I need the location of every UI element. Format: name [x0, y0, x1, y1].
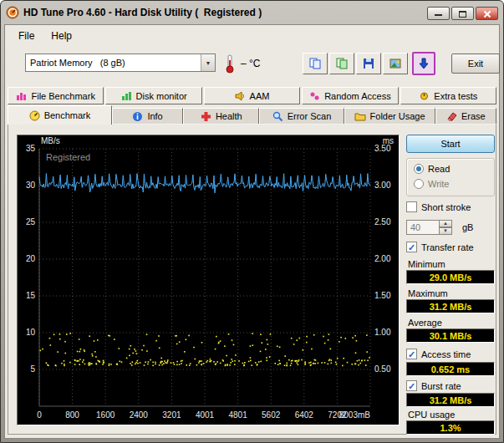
- maximum-label: Maximum: [408, 288, 448, 298]
- access-time-label: Access time: [421, 349, 471, 359]
- download-update-button[interactable]: [412, 52, 435, 75]
- burst-rate-checkbox[interactable]: ✓ Burst rate: [406, 380, 461, 391]
- tab-error-scan[interactable]: Error Scan: [259, 108, 344, 125]
- read-radio[interactable]: Read: [414, 164, 450, 174]
- capacity-unit-label: gB: [462, 222, 473, 232]
- tab-label: Health: [216, 111, 242, 121]
- secondary-tab-bar: File Benchmark Disk monitor AAM Rand: [8, 87, 496, 104]
- svg-text:4801: 4801: [228, 410, 247, 420]
- save-button[interactable]: [356, 53, 381, 74]
- menu-file[interactable]: File: [17, 30, 36, 42]
- download-arrow-icon: [418, 58, 430, 69]
- start-button[interactable]: Start: [406, 135, 495, 153]
- svg-text:3201: 3201: [162, 410, 181, 420]
- svg-text:10: 10: [26, 328, 36, 337]
- tab-benchmark[interactable]: Benchmark: [8, 105, 112, 125]
- svg-text:15: 15: [26, 291, 36, 300]
- transfer-rate-checkbox[interactable]: ✓ Transfer rate: [406, 242, 474, 252]
- copy-image-button[interactable]: [329, 53, 354, 74]
- eraser-icon: [446, 111, 457, 121]
- tab-label: Error Scan: [288, 111, 332, 121]
- temperature-readout: – °C: [241, 58, 260, 69]
- svg-text:3.00: 3.00: [374, 181, 391, 190]
- svg-text:Registered: Registered: [46, 152, 90, 162]
- tab-erase[interactable]: Erase: [435, 108, 496, 125]
- read-write-group: Read Write: [406, 158, 495, 196]
- maximize-icon: [459, 11, 466, 18]
- chevron-down-icon[interactable]: ▼: [201, 54, 215, 71]
- svg-text:MB/s: MB/s: [41, 136, 60, 145]
- minimum-label: Minimum: [408, 259, 445, 269]
- svg-text:6402: 6402: [295, 410, 314, 420]
- write-radio[interactable]: Write: [414, 179, 449, 189]
- random-access-icon: [309, 91, 320, 101]
- drive-select-value: Patriot Memory (8 gB): [26, 58, 201, 68]
- magnifier-icon: [272, 111, 283, 122]
- save-image-button[interactable]: [383, 53, 408, 74]
- svg-text:800: 800: [65, 410, 79, 420]
- radio-selected-icon: [414, 164, 424, 174]
- tab-extra-tests[interactable]: Extra tests: [400, 87, 496, 104]
- svg-text:ms: ms: [383, 136, 394, 145]
- minimum-value: 29.0 MB/s: [406, 270, 495, 284]
- svg-text:1.00: 1.00: [374, 328, 391, 337]
- checkbox-checked-icon: ✓: [406, 349, 417, 359]
- chart-canvas: 0800160024003201400148015602640272028003…: [18, 135, 399, 425]
- drive-select-dropdown[interactable]: Patriot Memory (8 gB) ▼: [25, 53, 216, 72]
- window-controls: [427, 6, 498, 20]
- tab-label: Random Access: [324, 91, 390, 101]
- copy-button[interactable]: [303, 53, 328, 74]
- svg-text:1.50: 1.50: [374, 291, 391, 300]
- close-button[interactable]: [476, 7, 498, 20]
- tab-aam[interactable]: AAM: [204, 87, 300, 104]
- tab-file-benchmark[interactable]: File Benchmark: [8, 87, 104, 104]
- svg-text:8003mB: 8003mB: [339, 410, 371, 420]
- tab-label: Disk monitor: [136, 91, 187, 101]
- svg-text:20: 20: [26, 254, 36, 263]
- burst-rate-label: Burst rate: [421, 381, 461, 391]
- tab-random-access[interactable]: Random Access: [302, 87, 398, 104]
- checkbox-checked-icon: ✓: [406, 380, 417, 391]
- info-icon: [132, 111, 143, 122]
- tab-info[interactable]: Info: [112, 108, 183, 125]
- menu-bar: File Help: [5, 28, 499, 43]
- disk-monitor-icon: [121, 91, 132, 101]
- maximize-button[interactable]: [451, 7, 474, 20]
- svg-text:1600: 1600: [96, 410, 115, 420]
- minimize-button[interactable]: [427, 7, 450, 20]
- svg-text:25: 25: [26, 217, 36, 227]
- radio-unselected-icon: [414, 179, 424, 189]
- svg-text:2.00: 2.00: [374, 254, 391, 263]
- tab-disk-monitor[interactable]: Disk monitor: [105, 87, 201, 104]
- tab-health[interactable]: Health: [183, 108, 259, 125]
- svg-text:2.50: 2.50: [374, 217, 391, 227]
- app-window: HD Tune Pro 4.60 - Hard Disk Utility ( R…: [0, 0, 504, 443]
- exit-label: Exit: [468, 59, 483, 69]
- main-tab-bar: Benchmark Info Health Err: [8, 105, 496, 125]
- menu-help[interactable]: Help: [49, 30, 74, 42]
- svg-text:0: 0: [37, 410, 42, 420]
- cpu-usage-label: CPU usage: [408, 410, 455, 420]
- checkbox-unchecked-icon: [406, 201, 417, 212]
- access-time-checkbox[interactable]: ✓ Access time: [406, 349, 471, 359]
- tab-label: AAM: [250, 91, 270, 101]
- cpu-usage-value: 1.3%: [406, 420, 495, 435]
- spin-up-icon[interactable]: ▲: [440, 220, 452, 227]
- svg-text:35: 35: [26, 144, 36, 153]
- file-benchmark-icon: [16, 91, 27, 101]
- tab-label: File Benchmark: [31, 91, 94, 101]
- burst-rate-value: 31.2 MB/s: [406, 393, 495, 407]
- exit-button[interactable]: Exit: [451, 53, 500, 74]
- tab-folder-usage[interactable]: Folder Usage: [344, 108, 435, 125]
- write-label: Write: [428, 179, 449, 189]
- tab-label: Erase: [461, 111, 486, 121]
- spin-down-icon[interactable]: ▼: [440, 227, 452, 235]
- extra-tests-icon: [419, 91, 430, 101]
- svg-text:30: 30: [26, 181, 36, 190]
- tab-label: Extra tests: [434, 91, 477, 101]
- tab-label: Benchmark: [44, 110, 91, 120]
- capacity-stepper: 40 ▲ ▼ gB: [406, 220, 473, 235]
- speaker-icon: [235, 91, 246, 101]
- capacity-input[interactable]: 40: [406, 220, 440, 235]
- short-stroke-checkbox[interactable]: Short stroke: [406, 201, 471, 212]
